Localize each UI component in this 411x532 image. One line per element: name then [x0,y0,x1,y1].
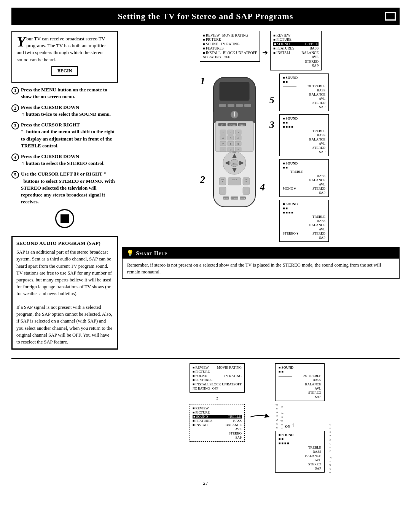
bottom-center-arrow [249,413,271,423]
svg-text:MUTE: MUTE [241,197,245,199]
intro-text: our TV can receive broadcast stereo TV p… [17,36,106,62]
sap-box: Second Audio Program (SAP) SAP is an add… [11,236,118,350]
right-menu-1: ■ SOUND ■■ ————28 TREBLE BASS BALANCE AV… [279,73,329,111]
sap-title: Second Audio Program (SAP) [16,240,113,246]
smart-help-title: 💡 Smart Help [123,248,399,259]
svg-text:POWER: POWER [229,124,236,126]
svg-text:6: 6 [237,137,239,140]
step-4: 4 Press the CURSOR DOWN ∩ button to sele… [11,153,118,167]
step-3: 3 Press the CURSOR RIGHT " button and th… [11,121,118,149]
svg-text:2: 2 [230,131,231,134]
corner-box [385,12,396,21]
svg-text:5: 5 [230,137,231,140]
bottom-section: ■ REVIEWMOVIE RATING ■ PICTURE ■ SOUNDTV… [11,363,400,473]
up-arrow: ↑ [292,422,295,428]
news-label-2: n e w s a n d [328,423,332,448]
right-menu-4: ■ SOUND ■■ ■■■■ TREBLE BASS BALANCE AVL … [279,200,329,242]
step-label-3: 3 [269,119,274,131]
sap-paragraph-1: SAP is an additional part of the stereo … [16,249,113,297]
bottom-left-spacer [11,363,118,473]
svg-text:4: 4 [222,137,224,140]
right-menus: ■ SOUND ■■ ————28 TREBLE BASS BALANCE AV… [279,73,329,242]
todays-label-1: t o d a y ' s [280,406,284,428]
news-label-1: n e w s a n d [275,403,279,428]
smart-help-content: Remember, if stereo is not present on a … [123,259,399,278]
page-title: Setting the TV for Stereo and SAP Progra… [118,11,293,21]
bottom-menu-3: ■ SOUND ■■ ————28 TREBLE BASS BALANCE AV… [275,363,325,401]
step-4-title: Press the CURSOR DOWN ∩ button to select… [21,153,105,167]
svg-rect-6 [236,104,243,107]
on-label: ON [285,425,290,428]
step-2: 2 Press the CURSOR DOWN ∩ button twice t… [11,104,118,118]
bottom-menu-4: ■ SOUND ■■ ■■■■ TREBLE BASS BALANCE AVL … [275,431,325,473]
title-bar: Setting the TV for Stereo and SAP Progra… [11,8,400,25]
step-3-circle: 3 [11,122,19,129]
step-1: 1 Press the MENU button on the remote to… [11,86,118,100]
arrow-1: ➜ [262,48,268,57]
step-label-1: 1 [200,75,205,87]
begin-box: BEGIN [51,66,78,76]
step-label-5: 5 [269,94,274,106]
svg-text:+: + [245,180,247,183]
step-label-2: 2 [200,174,205,185]
right-menu-2: ■ SOUND ■■ ■■■■ TREBLE BASS BALANCE AVL … [279,114,329,156]
bottom-menu-group-1: ■ REVIEWMOVIE RATING ■ PICTURE ■ SOUNDTV… [190,363,245,442]
stop-icon [55,209,74,228]
step-label-4: 4 [260,182,265,193]
menu-screen-sound-1: ■ REVIEW ■ PICTURE ■ SOUNDTREBLE ■ FEATU… [270,31,322,70]
page-number: 27 [11,480,400,486]
news-labels-2: n e w s a n d t o d a y ' s [328,423,332,473]
remote-container: 1 2 3 4 5 [193,73,276,216]
step-3-title: Press the CURSOR RIGHT " button and the … [21,121,118,149]
svg-text:3: 3 [237,131,239,134]
step-1-circle: 1 [11,87,19,94]
svg-text:TVVCR: TVVCR [232,179,237,181]
step-4-circle: 4 [11,153,19,161]
bottom-remote-area: n e w s a n d t o d a y ' s ON ↑ [275,403,325,428]
bottom-center: ■ REVIEWMOVIE RATING ■ PICTURE ■ SOUNDTV… [122,363,400,473]
svg-rect-4 [219,104,226,107]
svg-text:0: 0 [230,148,231,151]
svg-text:7: 7 [222,142,224,145]
svg-text:−: − [245,190,247,193]
bottom-menu-group-2: ■ SOUND ■■ ————28 TREBLE BASS BALANCE AV… [275,363,325,473]
svg-rect-7 [244,104,251,107]
page-container: Setting the TV for Stereo and SAP Progra… [0,0,411,532]
svg-rect-5 [228,104,234,107]
svg-text:8: 8 [230,142,231,145]
svg-text:+: + [222,180,223,183]
step-5-circle: 5 [11,171,19,179]
sap-paragraph-2: If a SAP signal is not present with a se… [16,304,113,345]
svg-text:·: · [223,148,223,151]
step-2-title: Press the CURSOR DOWN ∩ button twice to … [21,104,111,118]
svg-text:1: 1 [222,131,224,134]
svg-text:MENU: MENU [232,163,237,165]
bottom-arrow-1: ↕ [190,395,245,402]
svg-text:SLEEP: SLEEP [223,197,229,199]
svg-text:SURF: SURF [232,151,237,153]
step-2-circle: 2 [11,104,19,112]
right-menu-3: ■ SOUND ■■ TREBLE BASS BALANCE AVL MONO▼… [279,159,329,197]
smart-help-box: 💡 Smart Help Remember, if stereo is not … [122,247,400,279]
intro-box: Y our TV can receive broadcast stereo TV… [11,31,118,83]
step-5: 5 Use the CURSOR LEFT §§ or RIGHT " butt… [11,171,118,205]
menu-screen-initial: ■ REVIEWMOVIE RATING ■ PICTURE ■ SOUNDTV… [200,31,260,62]
svg-text:−: − [222,190,223,193]
svg-text:TV: TV [221,124,224,126]
svg-text:TV/VCR: TV/VCR [231,197,238,199]
svg-text:VIDEO: VIDEO [239,124,245,126]
todays-label-2: t o d a y ' s [328,450,332,473]
left-panel: Y our TV can receive broadcast stereo TV… [11,31,118,353]
drop-cap: Y [17,35,25,48]
smart-help-text: Remember, if stereo is not present on a … [127,262,394,275]
bottom-menu-2: ■ REVIEW ■ PICTURE ■ SOUNDTREBLE ■ FEATU… [190,404,245,442]
svg-text:9: 9 [237,142,239,145]
remote-svg: TV POWER VIDEO 1 2 3 [193,73,276,214]
bottom-menu-1: ■ REVIEWMOVIE RATING ■ PICTURE ■ SOUNDTV… [190,363,245,393]
svg-rect-3 [219,82,250,101]
svg-text:··: ·· [237,148,239,151]
step-1-title: Press the MENU button on the remote to s… [21,86,118,100]
step-5-title: Use the CURSOR LEFT §§ or RIGHT " button… [21,171,118,205]
